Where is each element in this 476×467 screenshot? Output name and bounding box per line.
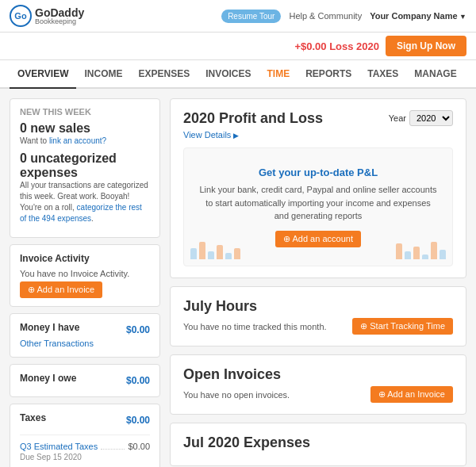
profit-loss-amount: +$0.00 Loss 2020: [294, 40, 379, 52]
new-this-week-card: New this week 0 new sales Want to link a…: [10, 98, 160, 238]
uncategorized-count: 0 uncategorized expenses: [20, 151, 150, 180]
nav-income[interactable]: INCOME: [76, 60, 130, 89]
nav-overview[interactable]: OVERVIEW: [10, 60, 76, 89]
money-owe-title: Money I owe: [20, 373, 76, 384]
nav-invoices[interactable]: INVOICES: [198, 60, 259, 89]
add-account-button[interactable]: ⊕ Add an account: [275, 231, 361, 247]
bar-item: [234, 248, 240, 259]
money-owe-row: Money I owe $0.00: [20, 373, 150, 389]
q3-due-date: Due Sep 15 2020: [20, 453, 150, 461]
taxes-card: Taxes $0.00 Q3 Estimated Taxes $0.00 Due…: [10, 404, 160, 467]
bar-item: [413, 247, 420, 259]
year-select[interactable]: 2020: [409, 110, 453, 126]
bar-item: [217, 245, 223, 259]
july-hours-row: You have no time tracked this month. ⊕ S…: [183, 318, 453, 335]
uncategorized-post: .: [91, 214, 94, 223]
money-owe-amount: $0.00: [126, 375, 150, 386]
pnl-inner: Get your up-to-date P&L Link your bank, …: [183, 147, 453, 266]
nav-manage[interactable]: MANAGE: [406, 60, 464, 89]
open-invoices-section: Open Invoices You have no open invoices.…: [170, 354, 466, 415]
bar-item: [396, 243, 402, 259]
header-profit-row: +$0.00 Loss 2020 Sign Up Now: [0, 33, 476, 60]
money-have-row: Money I have $0.00: [20, 322, 150, 338]
profit-loss-title: 2020 Profit and Loss: [183, 110, 323, 127]
invoice-activity-card: Invoice Activity You have no Invoice Act…: [10, 244, 160, 307]
taxes-amount: $0.00: [126, 415, 150, 426]
resume-tour-button[interactable]: Resume Tour: [221, 10, 281, 23]
bar-item: [405, 251, 411, 259]
open-invoices-title: Open Invoices: [183, 366, 453, 383]
no-invoices-text: You have no open invoices.: [183, 390, 290, 400]
company-name-dropdown[interactable]: Your Company Name: [370, 11, 466, 21]
year-label: Year: [389, 113, 406, 123]
view-details-link[interactable]: View Details: [183, 130, 323, 140]
no-time-text: You have no time tracked this month.: [183, 322, 327, 331]
logo-text-block: GoDaddy Bookkeeping: [35, 6, 84, 25]
money-have-amount: $0.00: [126, 324, 150, 335]
pnl-inner-desc: Link your bank, credit card, Paypal and …: [199, 183, 437, 223]
money-i-have-card: Money I have $0.00 Other Transactions: [10, 313, 160, 358]
money-have-title: Money I have: [20, 322, 79, 333]
bar-item: [440, 250, 446, 259]
taxes-header-row: Taxes $0.00: [20, 412, 150, 428]
money-i-owe-card: Money I owe $0.00: [10, 364, 160, 397]
bar-item: [190, 248, 197, 259]
nav-bar: OVERVIEW INCOME EXPENSES INVOICES TIME R…: [0, 60, 476, 89]
new-this-week-title: New this week: [20, 107, 150, 117]
other-transactions-link[interactable]: Other Transactions: [20, 339, 94, 348]
new-sales-desc: Want to link an account?: [20, 136, 150, 147]
expenses-title: Jul 2020 Expenses: [183, 434, 453, 451]
open-invoices-row: You have no open invoices. ⊕ Add an Invo…: [183, 386, 453, 403]
nav-reports[interactable]: REPORTS: [298, 60, 359, 89]
main-layout: New this week 0 new sales Want to link a…: [0, 89, 476, 467]
start-tracking-button[interactable]: ⊕ Start Tracking Time: [352, 318, 453, 335]
bar-item: [422, 255, 428, 259]
invoice-activity-title: Invoice Activity: [20, 253, 150, 264]
q3-tax-row: Q3 Estimated Taxes $0.00: [20, 442, 150, 451]
nav-taxes[interactable]: TAXES: [359, 60, 406, 89]
add-invoice-button-content[interactable]: ⊕ Add an Invoice: [370, 386, 453, 403]
taxes-title: Taxes: [20, 412, 46, 423]
main-content: 2020 Profit and Loss View Details Year 2…: [170, 98, 466, 467]
header-top: Go GoDaddy Bookkeeping Resume Tour Help …: [0, 0, 476, 33]
profit-loss-section: 2020 Profit and Loss View Details Year 2…: [170, 98, 466, 278]
q3-tax-link[interactable]: Q3 Estimated Taxes: [20, 442, 98, 451]
nav-expenses[interactable]: EXPENSES: [130, 60, 198, 89]
bar-chart-left: [190, 242, 240, 259]
bar-chart-right: [396, 242, 446, 259]
no-invoice-activity-text: You have no Invoice Activity.: [20, 269, 150, 278]
logo-area: Go GoDaddy Bookkeeping: [10, 5, 84, 27]
july-hours-title: July Hours: [183, 298, 453, 315]
bar-item: [208, 251, 214, 259]
bar-item: [225, 253, 232, 259]
sign-up-button[interactable]: Sign Up Now: [386, 36, 466, 56]
new-sales-count: 0 new sales: [20, 121, 150, 136]
dotted-line-q3: [101, 449, 125, 450]
godaddy-logo-icon: Go: [10, 5, 32, 27]
july-hours-section: July Hours You have no time tracked this…: [170, 286, 466, 346]
bar-item: [199, 242, 205, 259]
sidebar: New this week 0 new sales Want to link a…: [10, 98, 160, 467]
bar-item: [431, 242, 437, 259]
uncategorized-desc: All your transactions are categorized th…: [20, 180, 150, 224]
add-invoice-button-sidebar[interactable]: ⊕ Add an Invoice: [20, 281, 102, 298]
pnl-inner-title: Get your up-to-date P&L: [259, 167, 378, 178]
help-community-link[interactable]: Help & Community: [289, 11, 362, 21]
new-sales-pre: Want to: [20, 136, 49, 145]
expenses-section: Jul 2020 Expenses: [170, 423, 466, 466]
link-account-link[interactable]: link an account?: [49, 136, 106, 145]
nav-time[interactable]: TIME: [259, 60, 298, 89]
header-right: Resume Tour Help & Community Your Compan…: [221, 10, 466, 23]
q3-tax-amount: $0.00: [128, 442, 150, 451]
